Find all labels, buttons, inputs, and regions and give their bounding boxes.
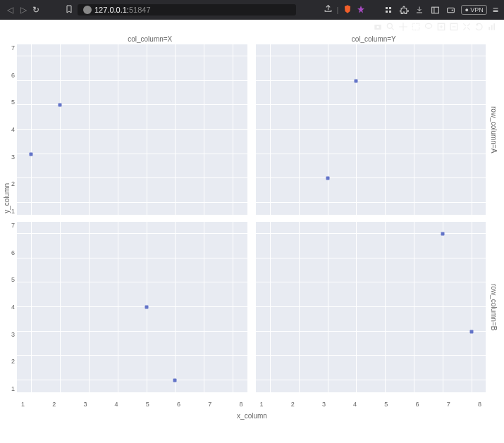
x-tick: 1 (21, 401, 25, 408)
y-tick: 2 (11, 180, 15, 187)
x-tick: 8 (239, 401, 242, 408)
x-tick: 5 (384, 401, 388, 408)
lasso-icon[interactable] (424, 22, 434, 32)
y-tick: 3 (11, 154, 15, 161)
vpn-button[interactable]: ● VPN (461, 5, 486, 15)
back-button[interactable]: ◁ (6, 5, 15, 15)
share-icon[interactable] (324, 4, 333, 15)
svg-rect-12 (412, 23, 419, 30)
zoomin-icon[interactable] (436, 22, 446, 32)
data-point[interactable] (355, 79, 358, 82)
bookmark-icon[interactable] (65, 5, 73, 15)
camera-icon[interactable] (373, 22, 383, 32)
y-tick: 2 (11, 358, 15, 365)
data-point[interactable] (145, 306, 148, 309)
plotly-logo-icon[interactable] (487, 22, 497, 32)
brave-rewards-icon[interactable] (357, 5, 365, 15)
y-tick: 4 (11, 126, 15, 133)
menu-icon[interactable]: ≡ (493, 4, 498, 15)
svg-rect-0 (386, 7, 388, 9)
x-tick: 7 (208, 401, 211, 408)
svg-point-13 (425, 23, 431, 28)
svg-rect-17 (491, 25, 493, 30)
pan-icon[interactable] (398, 22, 408, 32)
svg-rect-3 (389, 11, 391, 13)
svg-rect-18 (493, 23, 495, 30)
plotly-modebar (0, 20, 504, 34)
forward-button[interactable]: ▷ (19, 5, 28, 15)
facet-panel[interactable] (17, 44, 247, 215)
facet-row-title: row_column=A (486, 44, 501, 215)
x-axis-label: x_column (3, 412, 501, 420)
reset-icon[interactable] (474, 22, 484, 32)
y-tick: 7 (11, 222, 15, 229)
facet-row-title: row_column=B (486, 222, 501, 392)
brave-shield-icon[interactable] (343, 4, 352, 15)
browser-toolbar: ◁ ▷ ↻ 127.0.0.1:51847 | ● VP (0, 0, 504, 20)
zoomout-icon[interactable] (449, 22, 459, 32)
y-tick: 1 (11, 385, 15, 392)
data-point[interactable] (469, 330, 473, 333)
data-point[interactable] (441, 232, 444, 236)
facet-col-title: col_column=X (38, 34, 262, 44)
zoom-icon[interactable] (386, 22, 395, 32)
y-tick: 5 (11, 99, 15, 106)
wallet-icon[interactable] (445, 5, 455, 15)
y-tick: 3 (11, 331, 15, 338)
site-info-icon[interactable] (83, 6, 92, 14)
select-icon[interactable] (411, 22, 421, 32)
divider-icon: | (337, 6, 339, 14)
svg-rect-1 (389, 7, 391, 9)
address-text: 127.0.0.1:51847 (94, 6, 151, 14)
facet-panel[interactable] (17, 222, 247, 392)
sidebar-icon[interactable] (430, 5, 440, 15)
x-tick: 2 (52, 401, 56, 408)
x-tick: 2 (291, 401, 295, 408)
data-point[interactable] (173, 378, 177, 382)
facet-col-title: col_column=Y (262, 34, 486, 44)
data-point[interactable] (59, 104, 62, 107)
svg-rect-16 (488, 27, 490, 30)
x-tick: 6 (177, 401, 180, 408)
svg-line-11 (392, 28, 394, 30)
svg-rect-4 (432, 7, 439, 13)
address-bar[interactable]: 127.0.0.1:51847 (78, 4, 296, 15)
x-tick: 5 (146, 401, 149, 408)
x-tick: 1 (260, 401, 264, 408)
x-tick: 4 (353, 401, 357, 408)
y-tick: 5 (11, 276, 15, 283)
x-tick: 4 (115, 401, 118, 408)
data-point[interactable] (30, 152, 33, 156)
x-tick: 7 (447, 401, 450, 408)
chart-container: y_column col_column=X col_column=Y 76543… (0, 34, 504, 425)
y-tick: 7 (11, 44, 15, 51)
autoscale-icon[interactable] (462, 22, 472, 32)
download-icon[interactable] (414, 5, 424, 15)
x-tick: 3 (322, 401, 326, 408)
svg-point-7 (452, 9, 453, 10)
svg-rect-2 (386, 11, 388, 13)
x-tick: 8 (478, 401, 481, 408)
extension-icon[interactable] (383, 5, 393, 15)
svg-rect-6 (448, 8, 455, 13)
data-point[interactable] (326, 177, 329, 180)
y-tick: 6 (11, 249, 15, 256)
x-tick: 6 (416, 401, 419, 408)
y-tick: 1 (11, 208, 15, 215)
facet-panel[interactable] (256, 44, 486, 215)
y-tick: 4 (11, 304, 15, 311)
puzzle-icon[interactable] (399, 5, 409, 15)
svg-point-9 (376, 26, 379, 29)
x-tick: 3 (83, 401, 87, 408)
svg-point-10 (387, 23, 392, 28)
y-tick: 6 (11, 72, 15, 79)
reload-button[interactable]: ↻ (32, 5, 39, 15)
facet-panel[interactable] (256, 222, 486, 392)
